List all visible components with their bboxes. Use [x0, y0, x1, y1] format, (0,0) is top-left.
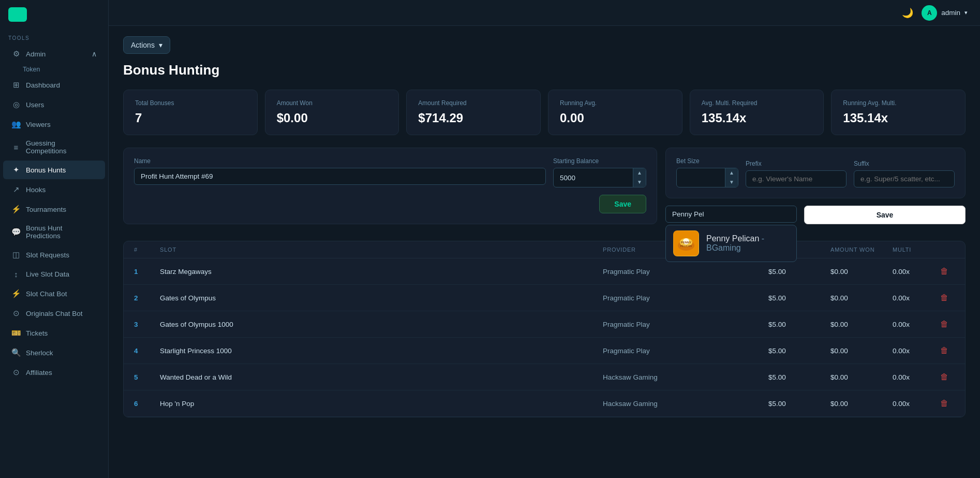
- stat-label: Amount Won: [277, 99, 388, 107]
- sidebar-item-affiliates[interactable]: ⊙ Affiliates: [3, 363, 105, 382]
- balance-group: Starting Balance ▲ ▼: [553, 157, 646, 187]
- hunt-form: Name Starting Balance ▲ ▼: [123, 148, 657, 224]
- sidebar-label: Slot Chat Bot: [26, 290, 67, 298]
- sidebar-item-slot-requests[interactable]: ◫ Slot Requests: [3, 245, 105, 264]
- slot-search-input[interactable]: [665, 206, 797, 223]
- stats-row: Total Bonuses 7 Amount Won $0.00 Amount …: [123, 90, 966, 135]
- col-header-delete: [934, 247, 955, 253]
- stat-label: Running Avg. Multi.: [843, 99, 954, 107]
- slot-search-row: PENNY PELICAN Penny Pelican - BGaming: [665, 206, 966, 224]
- sidebar-item-dashboard[interactable]: ⊞ Dashboard: [3, 76, 105, 94]
- originals-icon: ⊙: [11, 309, 21, 318]
- balance-spinner: ▲ ▼: [553, 168, 646, 187]
- sidebar-label: Affiliates: [26, 369, 52, 376]
- stat-total-bonuses: Total Bonuses 7: [123, 90, 258, 135]
- sidebar-label: Bonus Hunts: [26, 166, 66, 174]
- logo: [0, 0, 108, 29]
- row-slot: Hop 'n Pop: [160, 400, 603, 408]
- suffix-input[interactable]: [854, 170, 955, 187]
- autocomplete-name: Penny Pelican - BGaming: [706, 234, 789, 253]
- sidebar-item-slot-chat-bot[interactable]: ⚡ Slot Chat Bot: [3, 284, 105, 303]
- sidebar-item-bonus-hunt-predictions[interactable]: 💬 Bonus Hunt Predictions: [3, 220, 105, 244]
- name-input[interactable]: [134, 168, 546, 185]
- sidebar-label: Bonus Hunt Predictions: [26, 224, 97, 240]
- delete-row-button[interactable]: 🗑: [934, 291, 955, 305]
- slot-requests-icon: ◫: [11, 250, 21, 259]
- sidebar-label: Guessing Competitions: [26, 139, 97, 155]
- slot-search-group: PENNY PELICAN Penny Pelican - BGaming: [665, 206, 797, 223]
- hooks-icon: ↗: [11, 185, 21, 194]
- sidebar-item-tournaments[interactable]: ⚡ Tournaments: [3, 200, 105, 219]
- delete-row-button[interactable]: 🗑: [934, 370, 955, 384]
- row-bet: $5.00: [768, 268, 830, 276]
- user-avatar: A: [922, 5, 937, 21]
- sidebar-item-tickets[interactable]: 🎫 Tickets: [3, 324, 105, 342]
- prefix-label: Prefix: [746, 160, 847, 167]
- bet-spinner-up[interactable]: ▲: [725, 168, 738, 178]
- actions-label: Actions: [131, 41, 155, 49]
- autocomplete-item[interactable]: PENNY PELICAN Penny Pelican - BGaming: [666, 225, 796, 262]
- row-provider: Hacksaw Gaming: [603, 373, 706, 381]
- delete-row-button[interactable]: 🗑: [934, 317, 955, 331]
- sidebar-item-hooks[interactable]: ↗ Hooks: [3, 180, 105, 199]
- row-bet: $5.00: [768, 347, 830, 355]
- affiliates-icon: ⊙: [11, 368, 21, 377]
- admin-label: Admin: [26, 50, 46, 58]
- user-menu[interactable]: A admin ▾: [922, 5, 968, 21]
- tools-label: TOOLS: [0, 29, 108, 44]
- row-won: $0.00: [830, 373, 893, 381]
- admin-sub-token[interactable]: Token: [0, 64, 108, 75]
- spinner-up[interactable]: ▲: [633, 168, 646, 178]
- row-provider: Pragmatic Play: [603, 268, 706, 276]
- row-num: 6: [134, 400, 160, 408]
- delete-row-button[interactable]: 🗑: [934, 265, 955, 278]
- sidebar-label: Slot Requests: [26, 251, 69, 259]
- table-row: 6 Hop 'n Pop Hacksaw Gaming $5.00 $0.00 …: [124, 390, 965, 417]
- delete-row-button[interactable]: 🗑: [934, 397, 955, 410]
- prefix-input[interactable]: [746, 170, 847, 187]
- balance-input[interactable]: [554, 170, 633, 186]
- sidebar-label: Users: [26, 101, 44, 109]
- hunt-save-button[interactable]: Save: [599, 195, 646, 213]
- stat-avg-multi-required: Avg. Multi. Required 135.14x: [690, 90, 824, 135]
- actions-button[interactable]: Actions ▾: [123, 36, 170, 54]
- stat-running-avg-multi: Running Avg. Multi. 135.14x: [831, 90, 966, 135]
- row-slot: Starz Megaways: [160, 268, 603, 276]
- bet-size-spinner: ▲ ▼: [676, 168, 738, 187]
- stat-label: Amount Required: [418, 99, 529, 107]
- sidebar-item-admin[interactable]: ⚙ Admin ∧: [3, 45, 105, 63]
- table-row: 4 Starlight Princess 1000 Pragmatic Play…: [124, 338, 965, 364]
- logo-box: [8, 7, 27, 22]
- page-title: Bonus Hunting: [123, 62, 966, 78]
- page-content: Actions ▾ Bonus Hunting Total Bonuses 7 …: [109, 26, 980, 478]
- chevron-up-icon: ∧: [92, 50, 97, 58]
- row-slot: Gates of Olympus: [160, 294, 603, 302]
- row-won: $0.00: [830, 268, 893, 276]
- delete-row-button[interactable]: 🗑: [934, 344, 955, 357]
- bet-spinner-down[interactable]: ▼: [725, 178, 738, 187]
- bet-size-label: Bet Size: [676, 157, 738, 165]
- stat-label: Avg. Multi. Required: [702, 99, 812, 107]
- row-num: 3: [134, 321, 160, 328]
- sidebar-item-originals-chat-bot[interactable]: ⊙ Originals Chat Bot: [3, 304, 105, 323]
- row-multi: 0.00x: [893, 294, 934, 302]
- row-multi: 0.00x: [893, 268, 934, 276]
- row-multi: 0.00x: [893, 321, 934, 328]
- bet-size-input[interactable]: [677, 170, 725, 186]
- sidebar-label: Originals Chat Bot: [26, 310, 83, 317]
- sidebar: TOOLS ⚙ Admin ∧ Token ⊞ Dashboard ◎ User…: [0, 0, 109, 478]
- sidebar-item-viewers[interactable]: 👥 Viewers: [3, 115, 105, 134]
- sidebar-item-bonus-hunts[interactable]: ✦ Bonus Hunts: [3, 161, 105, 179]
- slot-save-button[interactable]: Save: [804, 206, 966, 224]
- row-multi: 0.00x: [893, 373, 934, 381]
- sidebar-item-users[interactable]: ◎ Users: [3, 95, 105, 114]
- spinner-down[interactable]: ▼: [633, 178, 646, 187]
- sidebar-item-guessing-competitions[interactable]: ≡ Guessing Competitions: [3, 135, 105, 160]
- moon-icon[interactable]: 🌙: [902, 7, 913, 19]
- sidebar-item-sherlock[interactable]: 🔍 Sherlock: [3, 343, 105, 362]
- main: 🌙 A admin ▾ Actions ▾ Bonus Hunting Tota…: [109, 0, 980, 478]
- panels-row: Name Starting Balance ▲ ▼: [123, 148, 966, 233]
- sidebar-item-live-slot-data[interactable]: ↕ Live Slot Data: [3, 265, 105, 283]
- slot-separator: -: [762, 234, 764, 243]
- table-row: 2 Gates of Olympus Pragmatic Play $5.00 …: [124, 285, 965, 311]
